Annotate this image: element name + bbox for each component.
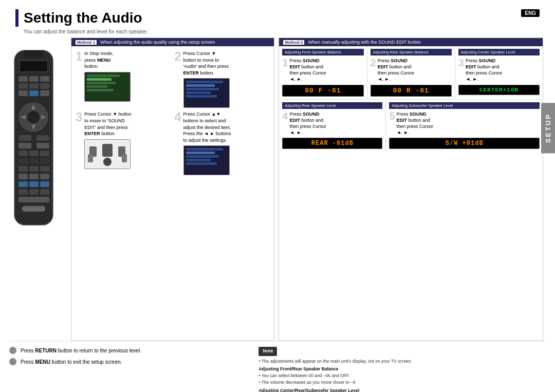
adjust-front-balance: Adjusting Front Speaker Balance 1 Press … — [279, 46, 367, 99]
svg-rect-34 — [18, 181, 28, 187]
svg-rect-7 — [29, 83, 39, 89]
svg-rect-46 — [88, 154, 93, 162]
svg-point-43 — [103, 158, 112, 166]
screen-mockup-2 — [183, 78, 230, 108]
center-level-step: 3 Press SOUNDEDIT button andthen press C… — [458, 58, 540, 83]
svg-rect-26 — [29, 158, 39, 164]
note-label: Note — [258, 347, 277, 356]
svg-rect-35 — [29, 181, 39, 187]
rear-balance-step: 2 Press SOUNDEDIT button andthen press C… — [371, 58, 452, 83]
subwoofer-step-num: 5 — [389, 111, 395, 121]
method1-header: Method 1 When adjusting the audio qualit… — [71, 38, 274, 46]
method1-step4: 4 Press Cursor ▲▼buttons to select andad… — [174, 111, 270, 175]
method2-bottom-row: Adjusting Rear Speaker Level 4 Press SOU… — [279, 100, 543, 152]
menu-pill-dot — [9, 358, 16, 365]
front-balance-header: Adjusting Front Speaker Balance — [282, 49, 363, 55]
adjust-rear-balance: Adjusting Rear Speaker Balance 2 Press S… — [367, 46, 455, 99]
page-title: Setting the Audio — [24, 10, 142, 26]
method2-top-row: Adjusting Front Speaker Balance 1 Press … — [279, 46, 543, 100]
front-step-text: Press SOUNDEDIT button andthen press Cur… — [289, 58, 326, 83]
speaker-image — [84, 139, 131, 169]
rear-balance-header: Adjusting Rear Speaker Balance — [371, 49, 452, 55]
svg-rect-10 — [29, 90, 39, 96]
rear-level-display: REAR -01dB — [282, 138, 382, 149]
step2-text: Press Cursor ▼button to move to'Audio' a… — [183, 50, 230, 76]
method1-step1: 1 In Stop mode,press MENUbutton. — [76, 50, 171, 108]
page-subtitle: You can adjust the balance and level for… — [24, 29, 540, 34]
remote-section — [9, 43, 68, 341]
svg-rect-25 — [18, 158, 28, 164]
svg-rect-33 — [40, 174, 49, 179]
svg-rect-3 — [18, 76, 28, 82]
method1-step3: 3 Press Cursor ▼ buttonto move to 'SOUND… — [76, 111, 171, 175]
method2-title: When manually adjusting with the SOUND E… — [308, 40, 420, 45]
title-accent-bar — [15, 9, 18, 27]
svg-rect-9 — [18, 90, 28, 96]
svg-rect-28 — [18, 166, 28, 172]
page-title-container: Setting the Audio — [15, 9, 540, 27]
remote-control-image — [9, 43, 58, 233]
return-text: Press RETURN button to return to the pre… — [21, 348, 141, 353]
svg-rect-24 — [40, 151, 49, 156]
svg-rect-38 — [29, 189, 39, 195]
rear-step-num: 2 — [371, 58, 376, 68]
method1-step2: 2 Press Cursor ▼button to move to'Audio'… — [174, 50, 270, 108]
svg-rect-5 — [40, 76, 49, 82]
rear-level-step-text: Press SOUNDEDIT button andthen press Cur… — [289, 111, 326, 136]
svg-point-13 — [27, 111, 40, 123]
rear-balance-display: 00 R -01 — [371, 85, 452, 97]
svg-rect-18 — [18, 135, 31, 141]
step3-num: 3 — [76, 111, 82, 123]
method2-header: Method 2 When manually adjusting with th… — [279, 38, 543, 46]
screen-mockup-4 — [183, 145, 230, 175]
subwoofer-display: S/W +01dB — [389, 138, 540, 149]
return-instruction: Press RETURN button to return to the pre… — [9, 347, 248, 354]
svg-rect-41 — [22, 206, 45, 212]
rear-level-step: 4 Press SOUNDEDIT button andthen press C… — [282, 111, 382, 136]
content-area: Method 1 When adjusting the audio qualit… — [0, 38, 555, 341]
center-step-num: 3 — [458, 58, 464, 68]
svg-rect-19 — [36, 135, 49, 141]
svg-rect-6 — [18, 83, 28, 89]
svg-rect-11 — [40, 90, 49, 96]
method2-badge: Method 2 — [283, 40, 304, 45]
svg-rect-27 — [40, 158, 49, 164]
svg-rect-21 — [36, 143, 49, 148]
front-rear-note2: • The volume decreases as you move close… — [258, 379, 546, 386]
center-level-header: Adjusting Center Speaker Level — [458, 49, 540, 55]
center-display: CENTER+1dB — [458, 85, 540, 95]
bottom-right: Note • The adjustments will appear on th… — [258, 347, 546, 392]
front-rear-title: Adjusting Front/Rear Speaker Balance — [258, 366, 546, 372]
svg-rect-22 — [18, 151, 28, 156]
rear-step-text: Press SOUNDEDIT button andthen press Cur… — [378, 58, 415, 83]
subwoofer-step-text: Press SOUNDEDIT button andthen press Cur… — [397, 111, 434, 136]
step3-text: Press Cursor ▼ buttonto move to 'SOUNDED… — [84, 111, 131, 137]
svg-rect-23 — [29, 151, 39, 156]
front-rear-note1: • You can select between 00 and –06 and … — [258, 372, 546, 379]
menu-text: Press MENU button to exit the setup scre… — [21, 359, 122, 365]
svg-rect-39 — [40, 189, 49, 195]
svg-rect-31 — [18, 174, 28, 179]
method1-badge: Method 1 — [76, 40, 97, 45]
step4-num: 4 — [174, 111, 181, 123]
step1-text: In Stop mode,press MENUbutton. — [84, 50, 131, 70]
center-sub-title: Adjusting Center/Rear/Subwoofer Speaker … — [258, 387, 546, 393]
rear-level-header: Adjusting Rear Speaker Level — [282, 102, 382, 109]
step4-text: Press Cursor ▲▼buttons to select andadju… — [183, 111, 231, 143]
svg-rect-4 — [29, 76, 39, 82]
bottom-left: Press RETURN button to return to the pre… — [9, 347, 248, 392]
svg-rect-36 — [40, 181, 49, 187]
center-step-text: Press SOUNDEDIT button andthen press Cur… — [466, 58, 503, 83]
adjust-rear-level: Adjusting Rear Speaker Level 4 Press SOU… — [279, 100, 386, 152]
adjust-subwoofer-level: Adjusting Subwoofer Speaker Level 5 Pres… — [386, 100, 543, 152]
svg-rect-8 — [40, 83, 49, 89]
method2-box: Method 2 When manually adjusting with th… — [279, 38, 543, 341]
method1-title: When adjusting the audio quality using t… — [100, 40, 215, 45]
subwoofer-step: 5 Press SOUNDEDIT button andthen press C… — [389, 111, 540, 136]
page: Setting the Audio You can adjust the bal… — [0, 0, 555, 392]
svg-rect-20 — [18, 143, 31, 148]
front-display: 00 F -01 — [282, 85, 363, 97]
svg-rect-40 — [18, 197, 49, 202]
svg-rect-47 — [122, 154, 127, 162]
header: Setting the Audio You can adjust the bal… — [0, 0, 555, 38]
